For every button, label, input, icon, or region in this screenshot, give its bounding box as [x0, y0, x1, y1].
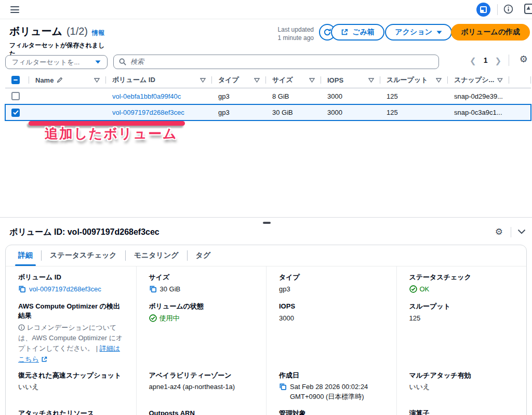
- snapshot-cell: snap-0c3a9c1...: [448, 104, 509, 121]
- column-header-volume-id[interactable]: ボリューム ID: [106, 72, 212, 88]
- field-type: タイプ gp3: [266, 266, 396, 296]
- search-input[interactable]: 検索: [113, 55, 439, 69]
- volume-id-link[interactable]: vol-0097197d268ef3cec: [29, 285, 101, 294]
- iops-cell: 3000: [321, 104, 380, 121]
- tooltip-icon[interactable]: [524, 4, 532, 14]
- collapse-chevron-icon[interactable]: [517, 229, 526, 234]
- refresh-icon: [323, 28, 331, 36]
- copy-icon[interactable]: [279, 383, 287, 391]
- page-title: ボリューム: [9, 24, 62, 38]
- filter-triangle-icon[interactable]: [309, 78, 315, 83]
- detail-settings-gear-icon[interactable]: ⚙: [495, 226, 503, 237]
- field-outposts-arn: Outposts ARN: [136, 403, 267, 415]
- external-link-icon: [41, 356, 47, 363]
- trash-button[interactable]: ごみ箱: [331, 24, 384, 41]
- detail-tabs: 詳細 ステータスチェック モニタリング タグ: [6, 245, 526, 266]
- caret-down-icon: [95, 60, 101, 64]
- row-checkbox[interactable]: [11, 92, 20, 100]
- create-volume-button[interactable]: ボリュームの作成: [451, 24, 530, 41]
- volume-id-link[interactable]: vol-0097197d268ef3cec: [112, 109, 184, 116]
- field-availability-zone: アベイラビリティーゾーン apne1-az4 (ap-northeast-1a): [136, 365, 267, 403]
- external-link-icon: [341, 29, 348, 36]
- field-volume-id: ボリューム ID vol-0097197d268ef3cec: [6, 266, 136, 296]
- volumes-table: Name ボリューム ID タイプ サイズ IOPS スループット スナップシ.…: [5, 72, 531, 121]
- field-managed: 管理対象: [266, 403, 396, 415]
- search-icon: [119, 58, 126, 65]
- field-operator: 演算子: [396, 403, 527, 415]
- field-iops: IOPS 3000: [266, 296, 396, 365]
- copy-icon[interactable]: [149, 285, 157, 293]
- column-header-type[interactable]: タイプ: [212, 72, 266, 88]
- filter-triangle-icon[interactable]: [94, 78, 100, 83]
- column-header-name[interactable]: Name: [29, 72, 106, 88]
- detail-card: 詳細 ステータスチェック モニタリング タグ ボリューム ID vol-0097…: [5, 245, 527, 415]
- type-cell: gp3: [212, 88, 266, 104]
- filter-triangle-icon[interactable]: [200, 78, 206, 83]
- pagination: ❮ 1 ❯: [470, 55, 509, 66]
- last-updated-text: Last updated 1 minute ago: [278, 25, 314, 42]
- detail-pane-title: ボリューム ID: vol-0097197d268ef3cec: [9, 227, 159, 238]
- throughput-cell: 125: [380, 88, 448, 104]
- filter-triangle-icon[interactable]: [497, 78, 503, 83]
- table-row-selected[interactable]: vol-0097197d268ef3cec gp3 30 GiB 3000 12…: [5, 104, 531, 121]
- iops-cell: 3000: [321, 88, 380, 104]
- annotation-label: 追加したボリューム: [45, 125, 178, 143]
- column-header-snapshot[interactable]: スナップシ...: [448, 72, 509, 88]
- size-cell: 30 GiB: [266, 104, 321, 121]
- detail-header-divider: [511, 227, 511, 237]
- column-header-iops[interactable]: IOPS: [321, 72, 380, 88]
- column-header-extra: [509, 72, 531, 88]
- page-number[interactable]: 1: [484, 56, 488, 64]
- select-all-checkbox-cell: [5, 72, 29, 88]
- table-row[interactable]: vol-0ebfa1bbf0a99f40c gp3 8 GiB 3000 125…: [5, 88, 531, 104]
- volume-id-link[interactable]: vol-0ebfa1bbf0a99f40c: [112, 92, 181, 100]
- column-header-throughput[interactable]: スループット: [380, 72, 448, 88]
- info-icon[interactable]: [503, 4, 513, 14]
- check-icon: [13, 110, 19, 115]
- column-header-size[interactable]: サイズ: [266, 72, 321, 88]
- check-circle-icon: [409, 285, 417, 293]
- tab-tags[interactable]: タグ: [188, 245, 219, 266]
- name-cell: [29, 88, 106, 104]
- throughput-cell: 125: [380, 104, 448, 121]
- top-navigation-bar: [0, 0, 532, 19]
- topbar-divider: [497, 4, 498, 15]
- tab-details[interactable]: 詳細: [10, 245, 41, 266]
- info-icon: [18, 324, 25, 331]
- pane-resize-handle[interactable]: [263, 222, 271, 224]
- screenshot-extension-icon[interactable]: [476, 3, 490, 17]
- caret-down-icon: [436, 31, 442, 34]
- actions-button[interactable]: アクション: [385, 24, 452, 41]
- field-throughput: スループット 125: [396, 296, 527, 365]
- pane-divider: [0, 217, 532, 218]
- copy-icon[interactable]: [18, 285, 26, 293]
- row-checkbox[interactable]: [11, 109, 20, 117]
- pager-divider: [509, 55, 509, 66]
- menu-icon[interactable]: [10, 6, 19, 13]
- edit-pencil-icon: [57, 77, 63, 83]
- filter-triangle-icon[interactable]: [436, 78, 442, 83]
- selection-count: (1/2): [66, 25, 88, 37]
- field-created-date: 作成日 Sat Feb 28 2026 00:02:24 GMT+0900 (日…: [266, 365, 396, 403]
- size-cell: 8 GiB: [266, 88, 321, 104]
- field-volume-state: ボリュームの状態 使用中: [136, 296, 267, 365]
- select-all-checkbox[interactable]: [11, 76, 20, 84]
- table-settings-gear-icon[interactable]: ⚙: [520, 53, 528, 65]
- check-circle-icon: [149, 314, 157, 322]
- filter-set-select[interactable]: フィルターセットを...: [5, 55, 108, 69]
- field-fast-snapshot-restore: 復元された高速スナップショット いいえ: [6, 365, 136, 403]
- field-status-check: ステータスチェック OK: [396, 266, 527, 296]
- info-link[interactable]: 情報: [92, 29, 104, 37]
- tab-monitoring[interactable]: モニタリング: [126, 245, 187, 266]
- filter-triangle-icon[interactable]: [368, 78, 374, 83]
- field-multi-attach: マルチアタッチ有効 いいえ: [396, 365, 527, 403]
- field-compute-optimizer: AWS Compute Optimizer の検出結果 レコメンデーションについ…: [6, 296, 136, 365]
- snapshot-cell: snap-0d29e39...: [448, 88, 509, 104]
- field-size: サイズ 30 GiB: [136, 266, 267, 296]
- tab-status-checks[interactable]: ステータスチェック: [42, 245, 125, 266]
- type-cell: gp3: [212, 104, 266, 121]
- filter-triangle-icon[interactable]: [254, 78, 260, 83]
- prev-page-icon[interactable]: ❮: [470, 57, 476, 64]
- field-attached-resources: アタッチされたリソース: [6, 403, 136, 415]
- next-page-icon[interactable]: ❯: [495, 57, 501, 64]
